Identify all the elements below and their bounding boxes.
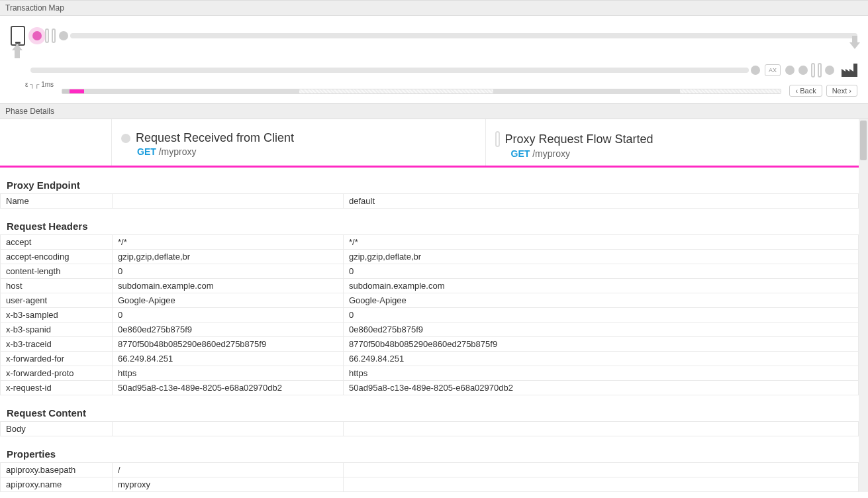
flow-node-postflow[interactable] bbox=[811, 63, 815, 77]
scrollbar-thumb[interactable] bbox=[860, 121, 867, 160]
row-value-1: 0 bbox=[113, 308, 344, 323]
row-value-2: 0e860ed275b875f9 bbox=[344, 323, 859, 337]
row-label: x-b3-traceid bbox=[1, 337, 113, 352]
row-label: x-request-id bbox=[1, 381, 113, 395]
row-value-1: 0 bbox=[113, 264, 344, 279]
table-row: content-length00 bbox=[1, 264, 859, 279]
row-value-2: 0 bbox=[344, 308, 859, 323]
table-row: hostsubdomain.example.comsubdomain.examp… bbox=[1, 279, 859, 293]
client-device-icon bbox=[11, 26, 25, 46]
phase-col-client[interactable]: Request Received from Client GET /myprox… bbox=[112, 119, 486, 166]
row-label: user-agent bbox=[1, 293, 113, 308]
phase-col-proxy[interactable]: Proxy Request Flow Started GET /myproxy bbox=[486, 119, 859, 166]
row-value-2: 8770f50b48b085290e860ed275b875f9 bbox=[344, 337, 859, 352]
request-path: /myproxy bbox=[532, 148, 570, 159]
row-value-2: 50ad95a8-c13e-489e-8205-e68a02970db2 bbox=[344, 381, 859, 395]
scrollbar[interactable] bbox=[859, 119, 868, 492]
row-value-2: Google-Apigee bbox=[344, 293, 859, 308]
table-row: Body bbox=[1, 422, 859, 436]
target-server-icon bbox=[842, 64, 857, 77]
flow-node[interactable] bbox=[785, 66, 795, 75]
row-value-1: myproxy bbox=[113, 477, 344, 492]
table-row: user-agentGoogle-ApigeeGoogle-Apigee bbox=[1, 293, 859, 308]
details-body: Proxy Endpoint Namedefault Request Heade… bbox=[0, 168, 859, 492]
row-label: x-b3-sampled bbox=[1, 308, 113, 323]
row-value-1: */* bbox=[113, 235, 344, 250]
row-value-2: 66.249.84.251 bbox=[344, 352, 859, 366]
row-value-1: 8770f50b48b085290e860ed275b875f9 bbox=[113, 337, 344, 352]
row-value-1: 0e860ed275b875f9 bbox=[113, 323, 344, 337]
flow-node-preflow[interactable] bbox=[52, 28, 56, 43]
row-value-2 bbox=[344, 477, 859, 492]
phase-title: Proxy Request Flow Started bbox=[505, 132, 653, 146]
flow-node[interactable] bbox=[751, 66, 760, 75]
flow-track-line bbox=[70, 33, 857, 38]
row-value-2: https bbox=[344, 366, 859, 381]
row-value-2: gzip,gzip,deflate,br bbox=[344, 250, 859, 264]
phase-details-header: Phase Details bbox=[0, 103, 868, 119]
phase-header-row: Request Received from Client GET /myprox… bbox=[0, 119, 859, 168]
flow-node-request-received[interactable] bbox=[32, 31, 42, 40]
row-label: apiproxy.name bbox=[1, 477, 113, 492]
timeline-label: ε ┐┌ 1ms bbox=[25, 81, 54, 88]
row-label: x-b3-spanid bbox=[1, 323, 113, 337]
arrow-down-icon bbox=[849, 36, 861, 52]
row-value-1: gzip,gzip,deflate,br bbox=[113, 250, 344, 264]
row-value-2: subdomain.example.com bbox=[344, 279, 859, 293]
http-method: GET bbox=[511, 148, 530, 159]
row-value-2: */* bbox=[344, 235, 859, 250]
transaction-map: AX bbox=[0, 16, 868, 82]
table-row: x-b3-sampled00 bbox=[1, 308, 859, 323]
table-row: x-forwarded-protohttpshttps bbox=[1, 366, 859, 381]
response-flow-track: AX bbox=[11, 57, 857, 83]
flow-node-preflow[interactable] bbox=[45, 28, 49, 43]
table-row: x-request-id50ad95a8-c13e-489e-8205-e68a… bbox=[1, 381, 859, 395]
row-label: x-forwarded-for bbox=[1, 352, 113, 366]
flow-track-line bbox=[30, 68, 749, 73]
request-flow-track bbox=[11, 23, 857, 49]
transaction-map-header: Transaction Map bbox=[0, 0, 868, 16]
section-request-headers: Request Headers bbox=[0, 209, 859, 234]
table-row: accept*/**/* bbox=[1, 235, 859, 250]
timeline: ε ┐┌ 1ms ‹ Back Next › bbox=[0, 82, 868, 103]
flow-node[interactable] bbox=[59, 31, 68, 40]
row-value-1: subdomain.example.com bbox=[113, 279, 344, 293]
row-label: accept-encoding bbox=[1, 250, 113, 264]
phase-pill-icon bbox=[495, 131, 500, 147]
row-value-1: Google-Apigee bbox=[113, 293, 344, 308]
phase-dot-icon bbox=[121, 134, 130, 143]
table-row: x-forwarded-for66.249.84.25166.249.84.25… bbox=[1, 352, 859, 366]
section-properties: Properties bbox=[0, 436, 859, 462]
timeline-bar[interactable] bbox=[62, 89, 781, 94]
phase-title: Request Received from Client bbox=[136, 131, 294, 145]
request-headers-table: accept*/**/*accept-encodinggzip,gzip,def… bbox=[0, 234, 859, 395]
ax-policy-icon[interactable]: AX bbox=[765, 64, 781, 76]
row-value-1: https bbox=[113, 366, 344, 381]
section-proxy-endpoint: Proxy Endpoint bbox=[0, 168, 859, 193]
table-row: accept-encodinggzip,gzip,deflate,brgzip,… bbox=[1, 250, 859, 264]
next-button[interactable]: Next › bbox=[826, 85, 857, 97]
row-value-1: 66.249.84.251 bbox=[113, 352, 344, 366]
row-label: content-length bbox=[1, 264, 113, 279]
http-method: GET bbox=[137, 146, 156, 157]
table-row: x-b3-spanid0e860ed275b875f90e860ed275b87… bbox=[1, 323, 859, 337]
row-value-2 bbox=[344, 463, 859, 477]
flow-node[interactable] bbox=[825, 66, 834, 75]
flow-node[interactable] bbox=[798, 66, 808, 75]
flow-node-postflow[interactable] bbox=[818, 63, 822, 77]
row-value-2: default bbox=[344, 194, 859, 209]
row-value-1: 50ad95a8-c13e-489e-8205-e68a02970db2 bbox=[113, 381, 344, 395]
row-value-2: 0 bbox=[344, 264, 859, 279]
row-value-1: / bbox=[113, 463, 344, 477]
row-label: accept bbox=[1, 235, 113, 250]
table-row: x-b3-traceid8770f50b48b085290e860ed275b8… bbox=[1, 337, 859, 352]
proxy-endpoint-table: Namedefault bbox=[0, 193, 859, 209]
request-path: /myproxy bbox=[159, 146, 197, 157]
properties-table: apiproxy.basepath/apiproxy.namemyproxy bbox=[0, 462, 859, 492]
back-button[interactable]: ‹ Back bbox=[789, 85, 822, 97]
row-label: Name bbox=[1, 194, 113, 209]
table-row: apiproxy.namemyproxy bbox=[1, 477, 859, 492]
request-content-table: Body bbox=[0, 421, 859, 436]
row-label: Body bbox=[1, 422, 113, 436]
row-label: apiproxy.basepath bbox=[1, 463, 113, 477]
